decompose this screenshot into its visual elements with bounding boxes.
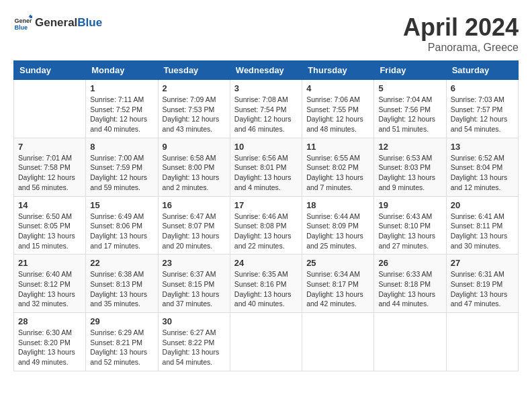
sunset-text: Sunset: 8:20 PM: [18, 338, 81, 348]
logo-icon: General Blue: [13, 13, 32, 32]
daylight-text: Daylight: 12 hours: [234, 114, 298, 124]
calendar-cell: 24Sunrise: 6:35 AMSunset: 8:16 PMDayligh…: [230, 255, 302, 313]
daylight-text: Daylight: 13 hours: [90, 231, 153, 241]
daylight-text-cont: and 22 minutes.: [234, 241, 298, 251]
calendar-week-row: 28Sunrise: 6:30 AMSunset: 8:20 PMDayligh…: [14, 313, 519, 371]
calendar-cell: 4Sunrise: 7:06 AMSunset: 7:55 PMDaylight…: [302, 80, 374, 138]
day-info: Sunrise: 6:58 AMSunset: 8:00 PMDaylight:…: [163, 153, 226, 193]
daylight-text: Daylight: 12 hours: [378, 114, 441, 124]
daylight-text: Daylight: 13 hours: [234, 173, 298, 183]
calendar-cell: 27Sunrise: 6:31 AMSunset: 8:19 PMDayligh…: [446, 255, 518, 313]
day-info: Sunrise: 7:09 AMSunset: 7:53 PMDaylight:…: [163, 95, 226, 134]
calendar-cell: 23Sunrise: 6:37 AMSunset: 8:15 PMDayligh…: [158, 255, 230, 313]
sunset-text: Sunset: 8:16 PM: [234, 279, 298, 289]
calendar: SundayMondayTuesdayWednesdayThursdayFrid…: [13, 60, 519, 371]
calendar-cell: 12Sunrise: 6:53 AMSunset: 8:03 PMDayligh…: [374, 138, 446, 196]
day-number: 4: [306, 83, 369, 93]
daylight-text-cont: and 40 minutes.: [90, 124, 153, 134]
sunset-text: Sunset: 7:59 PM: [90, 163, 153, 173]
daylight-text: Daylight: 13 hours: [306, 231, 369, 241]
day-info: Sunrise: 6:50 AMSunset: 8:05 PMDaylight:…: [18, 212, 81, 251]
daylight-text-cont: and 43 minutes.: [163, 124, 226, 134]
sunset-text: Sunset: 8:13 PM: [90, 279, 153, 289]
sunset-text: Sunset: 8:18 PM: [378, 279, 441, 289]
day-number: 5: [378, 83, 441, 93]
day-info: Sunrise: 6:41 AMSunset: 8:11 PMDaylight:…: [451, 212, 514, 251]
daylight-text-cont: and 54 minutes.: [451, 124, 514, 134]
daylight-text-cont: and 15 minutes.: [18, 241, 81, 251]
sunrise-text: Sunrise: 7:00 AM: [90, 153, 153, 163]
day-number: 20: [451, 200, 514, 210]
calendar-cell: 29Sunrise: 6:29 AMSunset: 8:21 PMDayligh…: [86, 313, 158, 371]
day-number: 25: [306, 258, 369, 268]
day-number: 26: [378, 258, 441, 268]
weekday-header-wednesday: Wednesday: [230, 61, 302, 80]
daylight-text: Daylight: 13 hours: [378, 289, 441, 300]
day-number: 11: [306, 142, 369, 152]
daylight-text: Daylight: 13 hours: [451, 173, 514, 183]
calendar-cell: [446, 313, 518, 371]
calendar-cell: 16Sunrise: 6:47 AMSunset: 8:07 PMDayligh…: [158, 196, 230, 255]
location-title: Panorama, Greece: [403, 42, 519, 54]
calendar-cell: [374, 313, 446, 371]
sunrise-text: Sunrise: 6:53 AM: [378, 153, 441, 163]
sunrise-text: Sunrise: 6:56 AM: [234, 153, 298, 163]
sunrise-text: Sunrise: 6:49 AM: [90, 212, 153, 222]
calendar-cell: 13Sunrise: 6:52 AMSunset: 8:04 PMDayligh…: [446, 138, 518, 196]
sunset-text: Sunset: 8:11 PM: [451, 221, 514, 231]
sunrise-text: Sunrise: 7:03 AM: [451, 95, 514, 105]
daylight-text-cont: and 47 minutes.: [451, 299, 514, 309]
calendar-week-row: 1Sunrise: 7:11 AMSunset: 7:52 PMDaylight…: [14, 80, 519, 138]
sunrise-text: Sunrise: 6:30 AM: [18, 328, 81, 338]
day-info: Sunrise: 7:06 AMSunset: 7:55 PMDaylight:…: [306, 95, 369, 134]
daylight-text: Daylight: 13 hours: [90, 347, 153, 357]
calendar-cell: 26Sunrise: 6:33 AMSunset: 8:18 PMDayligh…: [374, 255, 446, 313]
weekday-header-row: SundayMondayTuesdayWednesdayThursdayFrid…: [14, 61, 519, 80]
daylight-text-cont: and 25 minutes.: [306, 241, 369, 251]
daylight-text-cont: and 9 minutes.: [378, 183, 441, 193]
day-info: Sunrise: 6:46 AMSunset: 8:08 PMDaylight:…: [234, 212, 298, 251]
daylight-text: Daylight: 13 hours: [378, 173, 441, 183]
weekday-header-sunday: Sunday: [14, 61, 86, 80]
day-number: 16: [163, 200, 226, 210]
day-info: Sunrise: 6:38 AMSunset: 8:13 PMDaylight:…: [90, 269, 153, 309]
daylight-text-cont: and 54 minutes.: [163, 357, 226, 367]
sunset-text: Sunset: 8:08 PM: [234, 221, 298, 231]
calendar-cell: 11Sunrise: 6:55 AMSunset: 8:02 PMDayligh…: [302, 138, 374, 196]
daylight-text-cont: and 20 minutes.: [163, 241, 226, 251]
day-number: 29: [90, 316, 153, 326]
daylight-text: Daylight: 13 hours: [451, 289, 514, 300]
sunset-text: Sunset: 7:56 PM: [378, 105, 441, 115]
svg-text:General: General: [14, 17, 32, 24]
day-info: Sunrise: 6:53 AMSunset: 8:03 PMDaylight:…: [378, 153, 441, 193]
sunset-text: Sunset: 8:12 PM: [18, 279, 81, 289]
calendar-cell: 17Sunrise: 6:46 AMSunset: 8:08 PMDayligh…: [230, 196, 302, 255]
daylight-text: Daylight: 12 hours: [90, 114, 153, 124]
day-number: 22: [90, 258, 153, 268]
calendar-cell: 3Sunrise: 7:08 AMSunset: 7:54 PMDaylight…: [230, 80, 302, 138]
sunset-text: Sunset: 8:06 PM: [90, 221, 153, 231]
sunrise-text: Sunrise: 6:29 AM: [90, 328, 153, 338]
day-number: 14: [18, 200, 81, 210]
calendar-cell: 28Sunrise: 6:30 AMSunset: 8:20 PMDayligh…: [14, 313, 86, 371]
daylight-text: Daylight: 13 hours: [18, 231, 81, 241]
daylight-text-cont: and 7 minutes.: [306, 183, 369, 193]
day-number: 8: [90, 142, 153, 152]
sunrise-text: Sunrise: 6:33 AM: [378, 269, 441, 279]
sunrise-text: Sunrise: 6:55 AM: [306, 153, 369, 163]
daylight-text-cont: and 35 minutes.: [90, 299, 153, 309]
daylight-text-cont: and 44 minutes.: [378, 299, 441, 309]
sunset-text: Sunset: 8:15 PM: [163, 279, 226, 289]
sunset-text: Sunset: 8:01 PM: [234, 163, 298, 173]
day-number: 7: [18, 142, 81, 152]
calendar-week-row: 14Sunrise: 6:50 AMSunset: 8:05 PMDayligh…: [14, 196, 519, 255]
sunset-text: Sunset: 8:00 PM: [163, 163, 226, 173]
daylight-text-cont: and 30 minutes.: [451, 241, 514, 251]
daylight-text: Daylight: 13 hours: [18, 289, 81, 300]
day-info: Sunrise: 6:52 AMSunset: 8:04 PMDaylight:…: [451, 153, 514, 193]
daylight-text-cont: and 52 minutes.: [90, 357, 153, 367]
calendar-cell: 19Sunrise: 6:43 AMSunset: 8:10 PMDayligh…: [374, 196, 446, 255]
calendar-cell: 1Sunrise: 7:11 AMSunset: 7:52 PMDaylight…: [86, 80, 158, 138]
daylight-text: Daylight: 13 hours: [90, 289, 153, 300]
calendar-cell: 7Sunrise: 7:01 AMSunset: 7:58 PMDaylight…: [14, 138, 86, 196]
